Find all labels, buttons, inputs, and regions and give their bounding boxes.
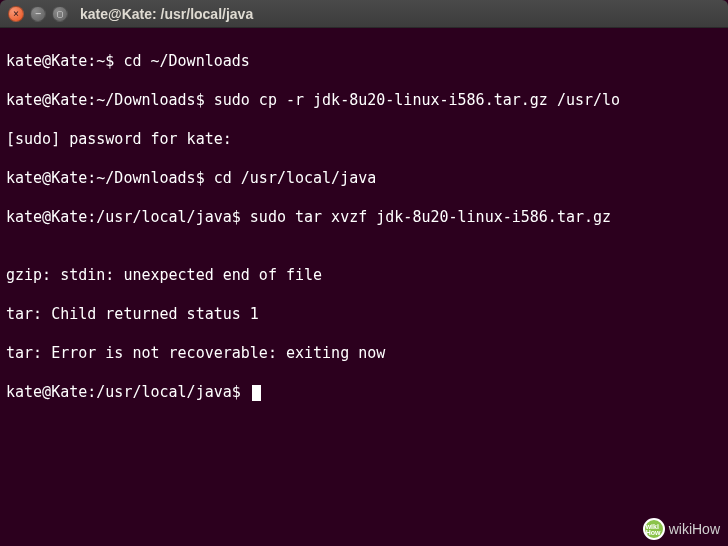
terminal-line: tar: Child returned status 1 bbox=[6, 305, 722, 325]
terminal-line: tar: Error is not recoverable: exiting n… bbox=[6, 344, 722, 364]
terminal-body[interactable]: kate@Kate:~$ cd ~/Downloads kate@Kate:~/… bbox=[0, 28, 728, 426]
titlebar: × − ▢ kate@Kate: /usr/local/java bbox=[0, 0, 728, 28]
terminal-line: kate@Kate:~/Downloads$ sudo cp -r jdk-8u… bbox=[6, 91, 722, 111]
close-icon[interactable]: × bbox=[8, 6, 24, 22]
terminal-line: kate@Kate:~/Downloads$ cd /usr/local/jav… bbox=[6, 169, 722, 189]
maximize-icon[interactable]: ▢ bbox=[52, 6, 68, 22]
wikihow-logo-icon bbox=[643, 518, 665, 540]
terminal-line: kate@Kate:/usr/local/java$ sudo tar xvzf… bbox=[6, 208, 722, 228]
terminal-line: [sudo] password for kate: bbox=[6, 130, 722, 150]
watermark: wikiHow bbox=[643, 518, 720, 540]
terminal-prompt: kate@Kate:/usr/local/java$ bbox=[6, 383, 250, 401]
cursor bbox=[252, 385, 261, 401]
window-title: kate@Kate: /usr/local/java bbox=[80, 6, 253, 22]
terminal-line: gzip: stdin: unexpected end of file bbox=[6, 266, 722, 286]
terminal-line: kate@Kate:~$ cd ~/Downloads bbox=[6, 52, 722, 72]
window-controls: × − ▢ bbox=[8, 6, 68, 22]
watermark-text: wikiHow bbox=[669, 521, 720, 537]
minimize-icon[interactable]: − bbox=[30, 6, 46, 22]
terminal-prompt-line: kate@Kate:/usr/local/java$ bbox=[6, 383, 722, 403]
